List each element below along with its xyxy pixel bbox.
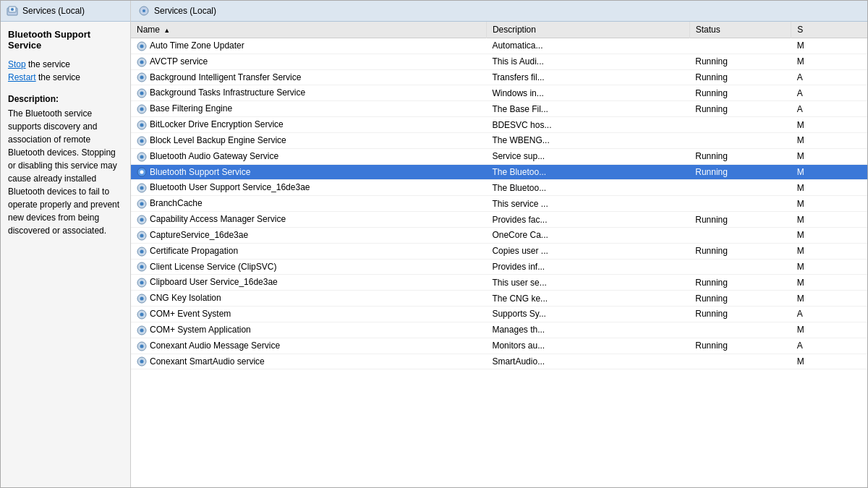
table-row[interactable]: Client License Service (ClipSVC)Provides… [131, 259, 867, 275]
table-row[interactable]: Bluetooth Audio Gateway ServiceService s… [131, 148, 867, 164]
service-startup-cell: M [791, 227, 867, 243]
table-row[interactable]: Conexant Audio Message ServiceMonitors a… [131, 338, 867, 354]
svg-point-2 [11, 8, 14, 11]
col-header-description[interactable]: Description [486, 22, 689, 38]
service-name-text: Certificate Propagation [150, 246, 238, 256]
service-name-cell: Conexant Audio Message Service [131, 338, 486, 354]
service-description-cell: Supports Sy... [486, 307, 689, 322]
col-header-startup[interactable]: S [791, 22, 867, 38]
table-row[interactable]: Clipboard User Service_16de3aeThis user … [131, 275, 867, 291]
service-startup-cell: M [791, 291, 867, 307]
service-startup-cell: A [791, 101, 867, 117]
col-header-status[interactable]: Status [689, 22, 791, 38]
table-row[interactable]: Background Tasks Infrastructure ServiceW… [131, 85, 867, 101]
sidebar: Services (Local) Bluetooth Support Servi… [1, 1, 131, 487]
service-startup-cell: M [791, 38, 867, 54]
table-row[interactable]: Background Intelligent Transfer ServiceT… [131, 69, 867, 85]
service-description-cell: Provides fac... [486, 212, 689, 228]
service-status-cell: Running [689, 291, 791, 307]
service-description-cell: The Base Fil... [486, 101, 689, 117]
main-window: Services (Local) Bluetooth Support Servi… [0, 0, 868, 488]
service-startup-cell: M [791, 354, 867, 369]
service-description-cell: The CNG ke... [486, 291, 689, 307]
service-name-text: COM+ Event System [150, 309, 231, 319]
service-name-cell: CaptureService_16de3ae [131, 227, 486, 243]
service-status-cell: Running [689, 212, 791, 228]
service-status-cell: Running [689, 275, 791, 291]
service-icon [137, 294, 147, 304]
service-startup-cell: M [791, 196, 867, 212]
services-table: Name ▲ Description Status S [131, 22, 867, 369]
service-icon [137, 356, 147, 367]
table-header-row: Name ▲ Description Status S [131, 22, 867, 38]
service-startup-cell: A [791, 307, 867, 322]
table-row[interactable]: Block Level Backup Engine ServiceThe WBE… [131, 132, 867, 148]
table-row[interactable]: COM+ Event SystemSupports Sy...RunningA [131, 307, 867, 322]
service-name-cell: Bluetooth Support Service [131, 164, 486, 180]
service-icon [137, 231, 147, 241]
services-table-container[interactable]: Name ▲ Description Status S [131, 22, 867, 487]
table-row[interactable]: AVCTP serviceThis is Audi...RunningM [131, 53, 867, 69]
service-description-cell: SmartAudio... [486, 354, 689, 369]
table-row[interactable]: Bluetooth Support ServiceThe Bluetoo...R… [131, 164, 867, 180]
service-icon [137, 136, 147, 146]
service-description-cell: Copies user ... [486, 243, 689, 259]
service-startup-cell: M [791, 275, 867, 291]
table-row[interactable]: Bluetooth User Support Service_16de3aeTh… [131, 180, 867, 196]
service-name-cell: Auto Time Zone Updater [131, 38, 486, 54]
service-icon [137, 152, 147, 162]
table-row[interactable]: Auto Time Zone UpdaterAutomatica...M [131, 38, 867, 54]
service-name-text: CaptureService_16de3ae [150, 230, 248, 240]
stop-suffix: the service [26, 59, 70, 69]
table-row[interactable]: BitLocker Drive Encryption ServiceBDESVC… [131, 117, 867, 133]
service-description-cell: The WBENG... [486, 132, 689, 148]
service-startup-cell: M [791, 322, 867, 338]
service-status-cell [689, 132, 791, 148]
service-name-text: Conexant SmartAudio service [150, 356, 265, 367]
svg-point-34 [140, 265, 144, 269]
restart-link[interactable]: Restart [8, 72, 36, 82]
service-icon [137, 57, 147, 67]
table-row[interactable]: CaptureService_16de3aeOneCore Ca...M [131, 227, 867, 243]
col-header-name[interactable]: Name ▲ [131, 22, 486, 38]
service-icon [137, 325, 147, 335]
service-name-cell: COM+ Event System [131, 307, 486, 322]
service-name-text: BranchCache [150, 198, 203, 208]
service-status-cell [689, 180, 791, 196]
service-description-cell: Manages th... [486, 322, 689, 338]
service-name-text: BitLocker Drive Encryption Service [150, 119, 284, 129]
table-row[interactable]: CNG Key IsolationThe CNG ke...RunningM [131, 291, 867, 307]
table-row[interactable]: COM+ System ApplicationManages th...M [131, 322, 867, 338]
service-name-cell: Clipboard User Service_16de3ae [131, 275, 486, 291]
service-name-cell: Capability Access Manager Service [131, 212, 486, 228]
svg-point-12 [140, 92, 144, 95]
table-row[interactable]: Base Filtering EngineThe Base Fil...Runn… [131, 101, 867, 117]
service-description-cell: Service sup... [486, 148, 689, 164]
services-icon [7, 5, 18, 17]
service-description-cell: Windows in... [486, 85, 689, 101]
service-description-cell: The Bluetoo... [486, 180, 689, 196]
service-description-cell: The Bluetoo... [486, 164, 689, 180]
service-name-text: Client License Service (ClipSVC) [150, 262, 276, 272]
service-status-cell [689, 259, 791, 275]
svg-point-38 [140, 297, 144, 301]
table-row[interactable]: Conexant SmartAudio serviceSmartAudio...… [131, 354, 867, 369]
service-name-text: CNG Key Isolation [150, 293, 221, 303]
service-status-cell: Running [689, 338, 791, 354]
service-startup-cell: M [791, 180, 867, 196]
service-startup-cell: M [791, 243, 867, 259]
svg-point-18 [140, 139, 144, 142]
svg-point-6 [140, 44, 144, 48]
stop-link[interactable]: Stop [8, 59, 26, 69]
service-description-cell: BDESVC hos... [486, 117, 689, 133]
service-status-cell: Running [689, 307, 791, 322]
table-row[interactable]: Certificate PropagationCopies user ...Ru… [131, 243, 867, 259]
svg-point-36 [140, 281, 144, 285]
table-row[interactable]: BranchCacheThis service ...M [131, 196, 867, 212]
service-icon [137, 104, 147, 114]
service-icon [137, 215, 147, 225]
service-status-cell: Running [689, 85, 791, 101]
service-icon [137, 341, 147, 351]
service-name-text: Background Tasks Infrastructure Service [150, 87, 305, 98]
table-row[interactable]: Capability Access Manager ServiceProvide… [131, 212, 867, 228]
